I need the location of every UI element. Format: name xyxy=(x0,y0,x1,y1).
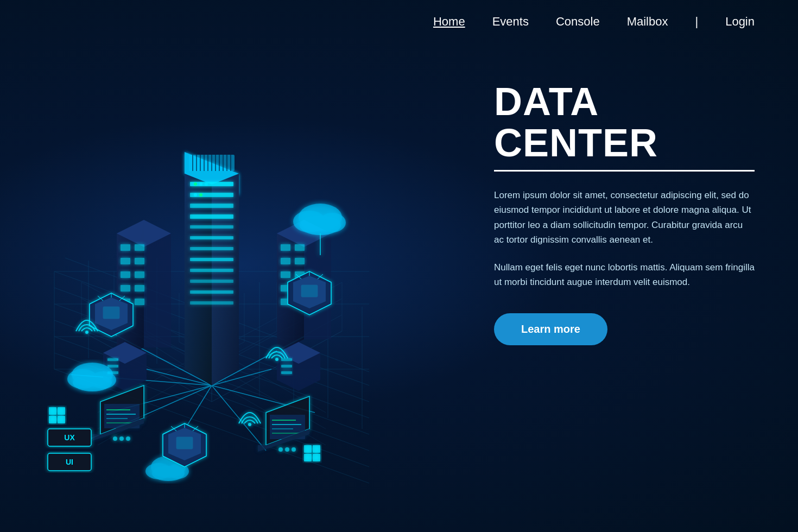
svg-rect-75 xyxy=(135,285,144,292)
svg-point-156 xyxy=(248,423,251,426)
svg-rect-159 xyxy=(49,416,56,423)
svg-rect-153 xyxy=(176,437,193,449)
hero-content: DATA CENTER Lorem ipsum dolor sit amet, … xyxy=(494,81,755,345)
title-underline xyxy=(494,170,755,172)
paragraph-2: Nullam eget felis eget nunc lobortis mat… xyxy=(494,260,755,289)
hero-illustration: UX UI xyxy=(0,33,423,532)
svg-rect-162 xyxy=(313,445,320,453)
svg-rect-70 xyxy=(121,258,130,264)
svg-rect-47 xyxy=(190,301,233,305)
svg-rect-161 xyxy=(304,445,312,453)
svg-point-120 xyxy=(278,447,283,452)
paragraph-1: Lorem ipsum dolor sit amet, consectetur … xyxy=(494,188,755,247)
svg-rect-42 xyxy=(190,247,233,250)
svg-rect-84 xyxy=(295,258,305,264)
nav-home[interactable]: Home xyxy=(433,15,465,29)
svg-rect-82 xyxy=(295,244,305,251)
svg-point-50 xyxy=(205,182,208,186)
svg-rect-38 xyxy=(190,204,233,208)
svg-point-135 xyxy=(152,466,185,481)
svg-rect-99 xyxy=(281,365,292,368)
svg-rect-71 xyxy=(135,258,144,264)
svg-rect-44 xyxy=(190,269,233,272)
svg-rect-147 xyxy=(301,285,318,297)
svg-rect-39 xyxy=(190,214,233,219)
svg-point-126 xyxy=(300,216,341,235)
svg-rect-160 xyxy=(58,416,65,423)
page-title: DATA CENTER xyxy=(494,81,755,163)
svg-text:UX: UX xyxy=(64,433,75,442)
svg-point-155 xyxy=(275,358,278,361)
svg-point-121 xyxy=(285,447,289,452)
nav-console[interactable]: Console xyxy=(556,15,600,29)
svg-rect-46 xyxy=(190,290,233,294)
svg-rect-81 xyxy=(281,244,290,251)
svg-point-48 xyxy=(194,182,197,186)
svg-rect-94 xyxy=(107,365,118,368)
svg-rect-40 xyxy=(190,225,233,229)
nav-mailbox[interactable]: Mailbox xyxy=(627,15,668,29)
svg-rect-72 xyxy=(121,271,130,278)
svg-rect-41 xyxy=(190,236,233,239)
nav-login[interactable]: Login xyxy=(725,15,755,29)
svg-rect-77 xyxy=(135,299,144,305)
svg-rect-83 xyxy=(281,258,290,264)
svg-rect-73 xyxy=(135,271,144,278)
svg-rect-43 xyxy=(190,258,233,261)
svg-rect-157 xyxy=(49,407,56,415)
learn-more-button[interactable]: Learn more xyxy=(494,313,607,345)
nav-separator: | xyxy=(695,15,698,29)
svg-point-52 xyxy=(199,193,202,197)
svg-rect-93 xyxy=(107,358,118,361)
svg-point-122 xyxy=(292,447,296,452)
navigation: Home Events Console Mailbox | Login xyxy=(0,0,798,43)
svg-rect-98 xyxy=(281,358,292,361)
svg-point-154 xyxy=(85,331,88,334)
svg-rect-85 xyxy=(281,271,290,278)
svg-point-51 xyxy=(194,193,197,197)
svg-rect-68 xyxy=(121,244,130,251)
svg-rect-74 xyxy=(121,285,130,292)
svg-point-109 xyxy=(113,436,117,441)
svg-point-111 xyxy=(126,436,130,441)
svg-point-110 xyxy=(119,436,124,441)
svg-rect-100 xyxy=(281,371,292,374)
svg-rect-141 xyxy=(103,307,119,319)
nav-events[interactable]: Events xyxy=(492,15,529,29)
svg-text:UI: UI xyxy=(66,458,73,466)
svg-point-49 xyxy=(199,182,202,186)
svg-rect-163 xyxy=(304,454,312,461)
svg-rect-158 xyxy=(58,407,65,415)
svg-rect-45 xyxy=(190,280,233,283)
svg-rect-69 xyxy=(135,244,144,251)
svg-point-131 xyxy=(73,374,112,391)
svg-rect-164 xyxy=(313,454,320,461)
